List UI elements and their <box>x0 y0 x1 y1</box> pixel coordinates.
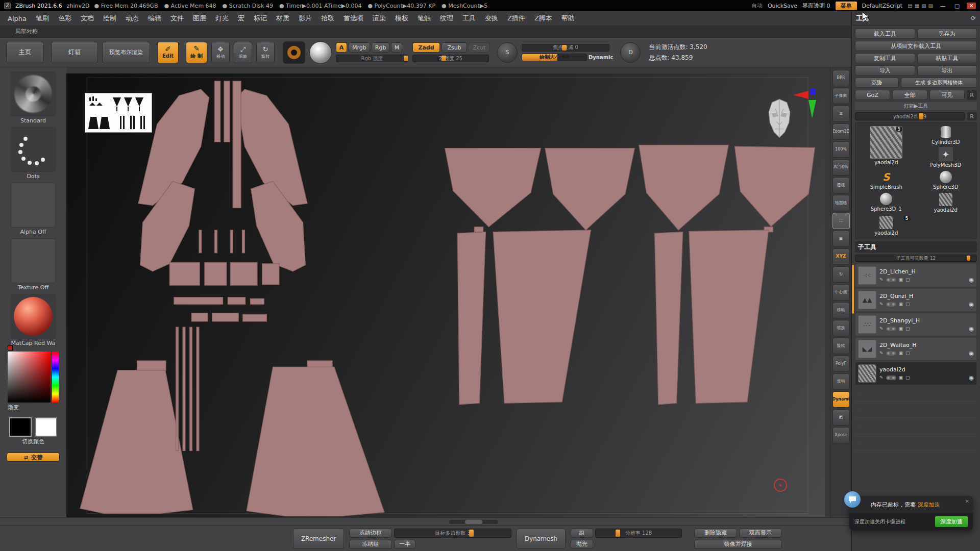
menu-alpha[interactable]: Alpha <box>3 15 31 22</box>
layout-icon-2[interactable]: ▦ <box>915 3 919 9</box>
deep-accel-link[interactable]: 深度加速 <box>918 502 940 508</box>
subpixel-button[interactable]: 子像素 <box>832 88 850 104</box>
tool-item[interactable]: ✦ PolyMesh3D <box>918 147 974 168</box>
polish-button[interactable]: 抛光 <box>571 540 593 549</box>
menu-stroke[interactable]: 笔触 <box>413 14 435 23</box>
eye-icon[interactable]: ◉ <box>969 301 974 308</box>
mini-scrollbar[interactable] <box>449 520 498 524</box>
layout-icon-4[interactable]: ▨ <box>928 3 933 9</box>
subtool-thumbnail[interactable]: ∴∵ <box>858 315 876 334</box>
menu-movie[interactable]: 影片 <box>294 14 316 23</box>
save-as-button[interactable]: 另存为 <box>917 29 977 39</box>
subtool-row-active[interactable]: yaodai2d ✎ ▣ ▢ ◉ <box>855 362 977 385</box>
frame-button[interactable]: ⛶ <box>832 213 850 229</box>
subtool-row[interactable]: ◣◢ 2D_Waitao_H ✎ ▣ ▢ ◉ <box>855 337 977 361</box>
current-material-button[interactable] <box>309 41 332 64</box>
active-tool-slider[interactable]: yaodai2d. 49 <box>855 112 965 120</box>
paint-icon[interactable]: ✎ <box>879 277 884 282</box>
current-texture-thumbnail[interactable] <box>11 238 56 283</box>
mrgb-button[interactable]: Mrgb <box>349 42 370 53</box>
deep-accel-button[interactable]: 深度加速 <box>935 516 968 527</box>
refresh-icon[interactable]: ⟳ <box>971 15 976 22</box>
menu-preferences[interactable]: 首选项 <box>339 14 368 23</box>
menu-render[interactable]: 渲染 <box>368 14 390 23</box>
menu-zplugin[interactable]: Z插件 <box>503 14 530 23</box>
rgb-intensity-slider[interactable]: Rgb 强度 <box>336 55 408 62</box>
goz-r-button[interactable]: R <box>967 90 977 100</box>
goz-visible-button[interactable]: 可见 <box>929 90 965 100</box>
folder-icon[interactable]: ▣ <box>899 326 903 331</box>
layers-icon[interactable]: ▢ <box>905 302 910 307</box>
draw-button[interactable]: ✎ 绘 制 <box>186 42 207 63</box>
freeze-border-button[interactable]: 冻结边框 <box>349 529 392 538</box>
current-brush-thumbnail[interactable] <box>11 71 56 116</box>
menu-brush[interactable]: 笔刷 <box>31 14 54 23</box>
eye-icon[interactable]: ◉ <box>969 350 974 357</box>
transparent-button[interactable]: 透明 <box>832 373 850 390</box>
auto-label[interactable]: 自动 <box>751 2 763 10</box>
tool-item-active[interactable]: 5 yaodai2d <box>859 126 914 168</box>
freeze-groups-button[interactable]: 冻结组 <box>349 540 392 549</box>
see-through-button[interactable]: ▣ <box>832 231 850 247</box>
menu-zscript[interactable]: Z脚本 <box>530 14 557 23</box>
subtool-count-slider[interactable]: 子工具可见数量 12 <box>855 255 977 262</box>
actual-size-button[interactable]: 100% <box>832 141 850 158</box>
notification-close-icon[interactable]: ✕ <box>965 498 969 504</box>
xpose-button[interactable]: Xpose <box>832 427 850 443</box>
copy-tool-button[interactable]: 复制工具 <box>855 53 915 63</box>
focal-shift-slider[interactable]: 焦点衰减 0 <box>522 44 609 52</box>
menu-color[interactable]: 色彩 <box>54 14 76 23</box>
del-hidden-button[interactable]: 删除隐藏 <box>694 529 737 538</box>
scale-view-button[interactable]: 缩放 <box>832 320 850 336</box>
paint-icon[interactable]: ✎ <box>879 375 884 380</box>
switch-color-label[interactable]: 切换颜色 <box>22 438 44 445</box>
preview-boolean-button[interactable]: 预览布尔渲染 <box>102 42 150 63</box>
rotate-view-button[interactable]: ↻ <box>832 266 850 283</box>
menu-light[interactable]: 灯光 <box>211 14 233 23</box>
zremesher-button[interactable]: ZRemesher <box>293 529 344 549</box>
paint-icon[interactable]: ✎ <box>879 350 884 356</box>
goz-button[interactable]: GoZ <box>855 90 890 100</box>
load-tool-button[interactable]: 载入工具 <box>855 29 915 39</box>
menu-transform[interactable]: 变换 <box>480 14 503 23</box>
double-sided-button[interactable]: 双面显示 <box>739 529 782 538</box>
groups-button[interactable]: 组 <box>571 529 593 538</box>
rgb-button[interactable]: Rgb <box>372 42 390 53</box>
menu-help[interactable]: 帮助 <box>557 14 579 23</box>
move-mode-button[interactable]: ✥ 移动 <box>211 42 230 63</box>
rotate-canvas-button[interactable]: 旋转 <box>832 338 850 354</box>
gradient-label[interactable]: 渐变 <box>8 404 59 411</box>
subtool-row[interactable]: ⁖⁖ 2D_Lichen_H ✎ ▣ ▢ ◉ <box>855 264 977 287</box>
mini-color-swatch[interactable] <box>8 345 13 350</box>
visibility-toggle[interactable] <box>886 375 896 380</box>
current-stroke-thumbnail[interactable] <box>11 127 56 172</box>
menu-picker[interactable]: 拾取 <box>316 14 339 23</box>
menu-dynamics[interactable]: 动态 <box>121 14 143 23</box>
eye-icon[interactable]: ◉ <box>969 374 974 381</box>
menu-macro[interactable]: 宏 <box>233 14 249 23</box>
subtool-row[interactable]: ▲▲ 2D_Qunzi_H ✎ ▣ ▢ ◉ <box>855 288 977 312</box>
perspective-button[interactable]: 透视 <box>832 177 850 193</box>
home-button[interactable]: 主页 <box>6 42 44 63</box>
active-tool-thumbnail[interactable]: 5 <box>870 126 902 159</box>
import-button[interactable]: 导入 <box>855 65 915 76</box>
polyframe-button[interactable]: PolyF <box>832 356 850 372</box>
subtool-thumbnail[interactable]: ⁖⁖ <box>858 266 876 285</box>
dynamic-mode-button[interactable]: Dynami <box>832 391 850 408</box>
layers-icon[interactable]: ▢ <box>905 277 910 282</box>
alternate-button[interactable]: ⇄ 交替 <box>7 453 60 462</box>
layout-icon-1[interactable]: ▤ <box>908 3 912 9</box>
visibility-toggle[interactable] <box>886 351 896 356</box>
current-material-thumbnail[interactable] <box>11 294 56 339</box>
layout-icon-3[interactable]: ▧ <box>921 3 926 9</box>
zsub-button[interactable]: Zsub <box>442 42 467 53</box>
pivot-button[interactable]: 中心点 <box>832 284 850 300</box>
tool-item[interactable]: Sphere3D <box>918 171 974 190</box>
rotate-mode-button[interactable]: ↻ 旋转 <box>256 42 275 63</box>
default-zscript-button[interactable]: DefaultZScript <box>862 3 903 9</box>
window-close-button[interactable]: ✕ <box>967 3 976 9</box>
folder-icon[interactable]: ▣ <box>899 302 903 307</box>
subtool-thumbnail[interactable] <box>858 364 876 383</box>
tool-item[interactable]: 5 yaodai2d <box>859 216 914 236</box>
dynamesh-button[interactable]: Dynamesh <box>517 529 566 549</box>
